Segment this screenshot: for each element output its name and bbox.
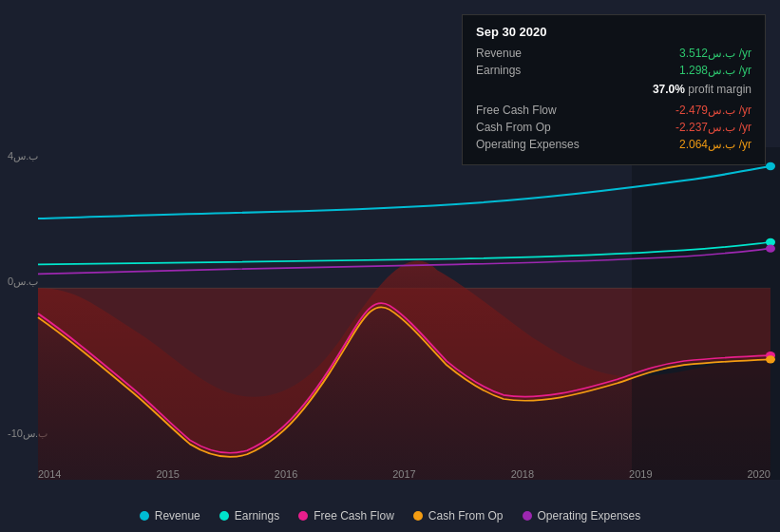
opex-label: Operating Expenses [476,138,590,151]
opex-value: 2.064ب.س /yr [679,138,751,151]
tooltip-revenue-row: Revenue 3.512ب.س /yr [476,47,751,60]
x-axis: 2014 2015 2016 2017 2018 2019 2020 [38,468,770,480]
legend-fcf[interactable]: Free Cash Flow [298,509,394,522]
fcf-label: Free Cash Flow [476,104,590,117]
earnings-dot [219,511,229,521]
legend-revenue[interactable]: Revenue [140,509,200,522]
fcf-value: -2.479ب.س /yr [675,104,751,117]
svg-point-4 [766,245,775,253]
x-label-2017: 2017 [392,468,415,480]
tooltip-opex-row: Operating Expenses 2.064ب.س /yr [476,138,751,151]
svg-point-2 [766,162,775,170]
x-label-2015: 2015 [156,468,179,480]
cashop-label: Cash From Op [476,121,590,134]
x-label-2019: 2019 [629,468,652,480]
fcf-legend-label: Free Cash Flow [314,509,394,522]
x-label-2018: 2018 [511,468,534,480]
x-label-2014: 2014 [38,468,61,480]
tooltip-profit-margin-row: 37.0% profit margin [476,81,751,100]
cashop-value: -2.237ب.س /yr [675,121,751,134]
legend: Revenue Earnings Free Cash Flow Cash Fro… [0,509,780,522]
tooltip-earnings-row: Earnings 1.298ب.س /yr [476,64,751,77]
revenue-value: 3.512ب.س /yr [679,47,751,60]
chart-svg [0,147,780,480]
tooltip-panel: Sep 30 2020 Revenue 3.512ب.س /yr Earning… [462,14,766,165]
tooltip-title: Sep 30 2020 [476,25,751,39]
profit-margin-value: 37.0% profit margin [653,83,751,96]
revenue-dot [140,511,149,521]
legend-cashop[interactable]: Cash From Op [413,509,504,522]
earnings-value: 1.298ب.س /yr [679,64,751,77]
svg-point-6 [766,355,775,363]
x-label-2016: 2016 [275,468,297,480]
revenue-legend-label: Revenue [155,509,200,522]
legend-opex[interactable]: Operating Expenses [523,509,641,522]
cashop-dot [413,511,423,521]
tooltip-cashop-row: Cash From Op -2.237ب.س /yr [476,121,751,134]
x-label-2020: 2020 [747,468,770,480]
opex-dot [523,511,532,521]
earnings-label: Earnings [476,64,590,77]
revenue-label: Revenue [476,47,590,60]
cashop-legend-label: Cash From Op [428,509,504,522]
earnings-legend-label: Earnings [235,509,279,522]
legend-earnings[interactable]: Earnings [219,509,279,522]
fcf-dot [298,511,308,521]
opex-legend-label: Operating Expenses [538,509,641,522]
tooltip-fcf-row: Free Cash Flow -2.479ب.س /yr [476,104,751,117]
